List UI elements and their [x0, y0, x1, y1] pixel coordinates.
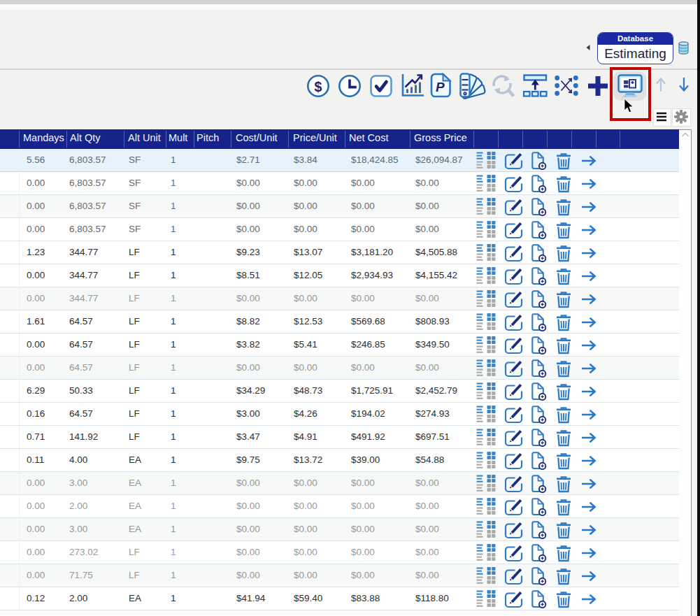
svg-text:$: $ — [315, 79, 322, 94]
svg-text:P: P — [436, 80, 445, 94]
